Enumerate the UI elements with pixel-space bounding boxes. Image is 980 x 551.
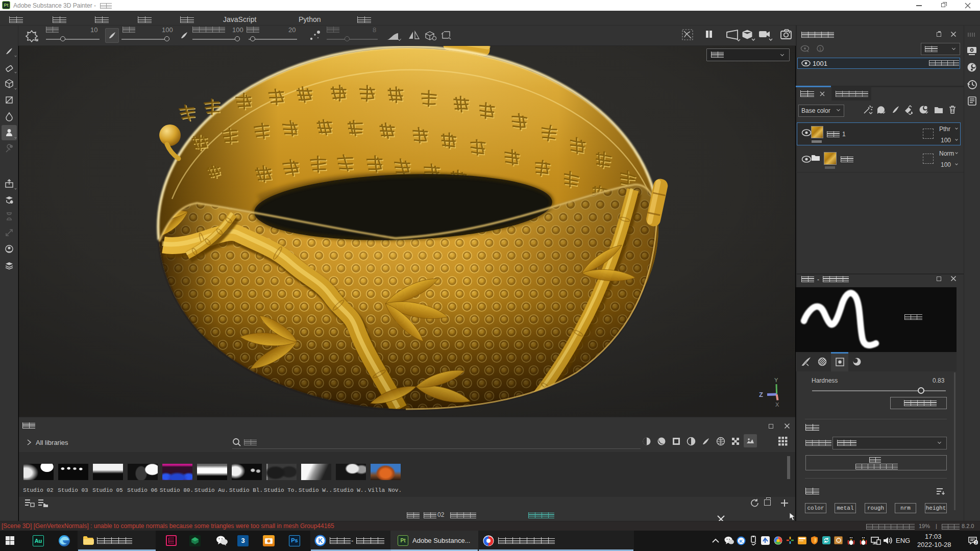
svg-text:K: K	[740, 538, 743, 544]
svg-text:K: K	[318, 537, 323, 544]
svg-text:Z: Z	[759, 391, 763, 398]
svg-text:1: 1	[819, 46, 822, 52]
svg-text:Y: Y	[774, 377, 778, 383]
svg-text:X: X	[775, 402, 779, 408]
svg-text:2: 2	[975, 540, 977, 545]
